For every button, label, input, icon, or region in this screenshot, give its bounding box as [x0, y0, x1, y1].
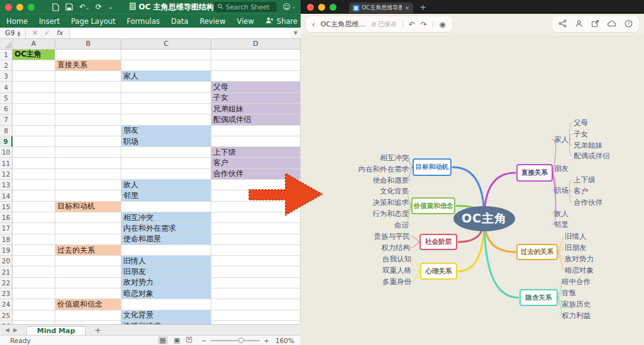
cell-A19[interactable] [13, 245, 55, 256]
cell-B19[interactable]: 过去的关系 [55, 245, 121, 256]
open-external-icon[interactable] [591, 19, 599, 30]
cell-C14[interactable]: 邻里 [121, 190, 211, 201]
mindmap-leaf[interactable]: 旧情人 [565, 232, 587, 241]
cell-reference-box[interactable]: G9 ▲▼ [0, 29, 25, 37]
mindmap-branch-1[interactable]: 价值观和信念 [411, 197, 455, 214]
mindmap-branch-3[interactable]: 心理关系 [420, 263, 457, 280]
add-sheet-button[interactable]: + [94, 326, 101, 335]
cell-A7[interactable] [13, 114, 55, 125]
save-icon[interactable] [65, 3, 73, 11]
row-header-17[interactable]: 17 [0, 223, 13, 234]
mindmap-leaf[interactable]: 家族历史 [562, 300, 591, 309]
cell-A15[interactable] [13, 202, 55, 212]
collaborator-icon[interactable] [575, 19, 583, 30]
mindmap-leaf[interactable]: 朋友 [554, 164, 569, 173]
page-break-view-icon[interactable]: 凹 [186, 336, 192, 345]
cell-A18[interactable] [13, 234, 55, 245]
mindmap-leaf[interactable]: 上下级 [574, 175, 596, 185]
prev-sheet-icon[interactable]: ◀ [5, 327, 13, 333]
row-header-7[interactable]: 7 [0, 114, 13, 125]
undo-icon[interactable]: ↶ [409, 20, 415, 29]
row-header-20[interactable]: 20 [0, 256, 13, 266]
cell-C11[interactable] [121, 158, 211, 168]
mindmap-canvas[interactable]: 目标和动机相互冲突内在和外在需求使命和愿景价值观和信念文化背景决策和追求行为和态… [301, 35, 644, 345]
cell-B17[interactable] [55, 223, 121, 234]
row-header-2[interactable]: 2 [0, 60, 13, 71]
column-header-B[interactable]: B [55, 39, 121, 50]
cell-D18[interactable] [211, 234, 301, 245]
row-header-5[interactable]: 5 [0, 93, 13, 104]
zoom-out-icon[interactable]: − [201, 337, 207, 344]
mindmap-leaf[interactable]: 子女 [574, 129, 588, 139]
mindmap-branch-6[interactable]: 隐含关系 [519, 289, 558, 306]
row-header-24[interactable]: 24 [0, 299, 13, 310]
cell-C13[interactable]: 敌人 [121, 180, 211, 190]
ribbon-tab-review[interactable]: Review [200, 17, 226, 26]
sheet-tab-mind-map[interactable]: Mind Map [26, 326, 86, 336]
mindmap-leaf[interactable]: 权力结构 [381, 243, 410, 253]
cell-A5[interactable] [13, 93, 55, 104]
cell-B15[interactable]: 目标和动机 [55, 202, 121, 212]
row-header-15[interactable]: 15 [0, 202, 13, 212]
cell-A20[interactable] [13, 256, 55, 266]
cell-B6[interactable] [55, 104, 121, 114]
cancel-entry-icon[interactable]: ✕ [32, 29, 38, 37]
cell-A10[interactable] [13, 147, 55, 158]
cell-B10[interactable] [55, 147, 121, 158]
cell-D4[interactable]: 父母 [211, 82, 301, 92]
ribbon-tab-insert[interactable]: Insert [39, 17, 60, 26]
cell-D10[interactable]: 上下级 [211, 147, 301, 158]
help-icon[interactable]: ? [625, 19, 633, 30]
cell-B20[interactable] [55, 256, 121, 266]
row-header-18[interactable]: 18 [0, 234, 13, 245]
cell-D17[interactable] [211, 223, 301, 234]
browser-close-button[interactable] [307, 4, 314, 11]
cell-D1[interactable] [211, 50, 301, 60]
row-header-22[interactable]: 22 [0, 278, 13, 288]
cell-D8[interactable] [211, 126, 301, 136]
cell-A1[interactable]: OC主角 [13, 50, 55, 60]
cell-C1[interactable] [121, 50, 211, 60]
cell-D24[interactable] [211, 299, 301, 310]
cell-A23[interactable] [13, 288, 55, 299]
cell-C25[interactable]: 文化背景 [121, 310, 211, 321]
cell-A24[interactable] [13, 299, 55, 310]
ribbon-tab-view[interactable]: View [237, 17, 254, 26]
cell-C23[interactable]: 暗恋对象 [121, 288, 211, 299]
cellref-stepper[interactable]: ▲▼ [18, 30, 21, 36]
cell-A14[interactable] [13, 190, 55, 201]
cell-C16[interactable]: 相互冲突 [121, 212, 211, 223]
cell-D7[interactable]: 配偶或伴侣 [211, 114, 301, 125]
cell-C7[interactable] [121, 114, 211, 125]
cell-A6[interactable] [13, 104, 55, 114]
row-header-9[interactable]: 9 [0, 136, 13, 147]
present-play-icon[interactable]: ◉ [439, 20, 445, 29]
close-window-button[interactable] [5, 4, 12, 11]
row-header-13[interactable]: 13 [0, 180, 13, 190]
mindmap-leaf[interactable]: 命运 [394, 221, 409, 230]
cell-D11[interactable]: 客户 [211, 158, 301, 168]
formulabar-expand-icon[interactable]: ▼ [291, 30, 301, 36]
cell-A21[interactable] [13, 266, 55, 277]
cell-D3[interactable] [211, 71, 301, 82]
cell-D9[interactable] [211, 136, 301, 147]
mindmap-leaf[interactable]: 配偶或伴侣 [574, 151, 610, 161]
mindmap-branch-2[interactable]: 社会阶层 [419, 234, 457, 250]
row-header-19[interactable]: 19 [0, 245, 13, 256]
cell-C3[interactable]: 家人 [121, 71, 211, 82]
cell-C17[interactable]: 内在和外在需求 [121, 223, 211, 234]
cell-B3[interactable] [55, 71, 121, 82]
cell-B12[interactable] [55, 169, 121, 180]
tab-close-icon[interactable]: ✕ [404, 5, 409, 11]
cell-B21[interactable] [55, 266, 121, 277]
row-header-23[interactable]: 23 [0, 288, 13, 299]
row-header-4[interactable]: 4 [0, 82, 13, 92]
next-sheet-icon[interactable]: ▶ [13, 327, 21, 333]
search-sheet-input[interactable]: Search Sheet [214, 2, 277, 12]
select-all-corner[interactable] [0, 39, 13, 50]
mindmap-leaf[interactable]: 父母 [574, 118, 588, 128]
mindmap-leaf[interactable]: 使命和愿景 [373, 176, 409, 185]
row-header-21[interactable]: 21 [0, 266, 13, 277]
cell-A4[interactable] [13, 82, 55, 92]
cell-C2[interactable] [121, 60, 211, 71]
